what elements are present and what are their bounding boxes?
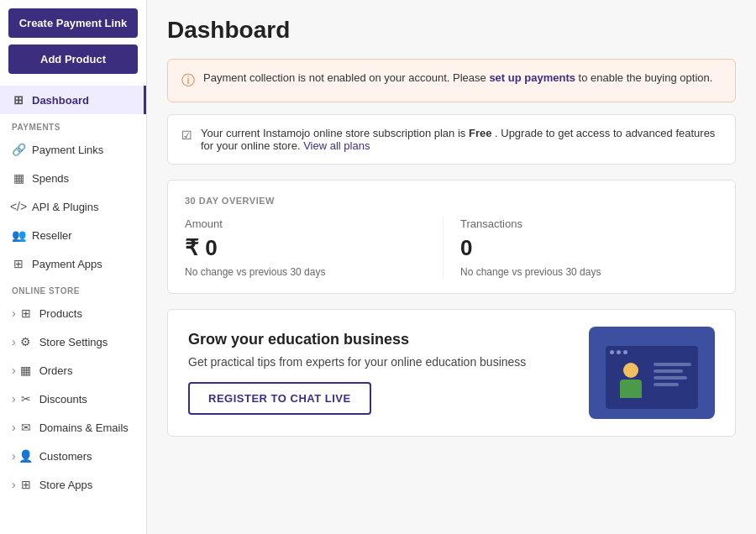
- sidebar-item-domains-emails[interactable]: ✉ Domains & Emails: [0, 413, 146, 442]
- sidebar-item-store-apps[interactable]: ⊞ Store Apps: [0, 470, 146, 499]
- sidebar-item-dashboard[interactable]: ⊞ Dashboard: [0, 86, 146, 114]
- sidebar-item-orders[interactable]: ▦ Orders: [0, 356, 146, 385]
- domains-icon: ✉: [19, 421, 33, 434]
- sidebar-item-store-settings[interactable]: ⚙ Store Settings: [0, 327, 146, 356]
- orders-icon: ▦: [19, 364, 33, 377]
- sidebar-item-products[interactable]: ⊞ Products: [0, 299, 146, 327]
- grow-text: Grow your education business Get practic…: [188, 331, 572, 415]
- checkbox-icon: ☑: [181, 128, 192, 142]
- page-title: Dashboard: [167, 17, 736, 44]
- spends-icon: ▦: [12, 171, 25, 185]
- amount-change: No change vs previous 30 days: [185, 266, 426, 278]
- store-apps-icon: ⊞: [19, 478, 33, 491]
- transactions-value: 0: [460, 235, 701, 261]
- sidebar-nav: ⊞ Dashboard PAYMENTS 🔗 Payment Links ▦ S…: [0, 82, 146, 534]
- sidebar-item-reseller[interactable]: 👥 Reseller: [0, 221, 146, 249]
- customers-icon: 👤: [19, 449, 33, 463]
- alert-text: Payment collection is not enabled on you…: [203, 71, 712, 84]
- overview-title: 30 DAY OVERVIEW: [185, 196, 718, 206]
- info-text: Your current Instamojo online store subs…: [201, 127, 722, 152]
- products-icon: ⊞: [19, 306, 33, 320]
- amount-value: ₹ 0: [185, 235, 426, 261]
- sidebar: Create Payment Link Add Product ⊞ Dashbo…: [0, 0, 147, 534]
- transactions-label: Transactions: [460, 217, 701, 230]
- link-icon: 🔗: [12, 143, 25, 156]
- amount-stat: Amount ₹ 0 No change vs previous 30 days: [185, 217, 443, 278]
- sidebar-item-discounts[interactable]: ✂ Discounts: [0, 385, 146, 413]
- amount-label: Amount: [185, 217, 426, 230]
- alert-icon: ⓘ: [181, 72, 195, 90]
- payments-section-label: PAYMENTS: [0, 114, 146, 135]
- overview-card: 30 DAY OVERVIEW Amount ₹ 0 No change vs …: [167, 180, 736, 294]
- add-product-button[interactable]: Add Product: [8, 44, 138, 74]
- payment-alert-banner: ⓘ Payment collection is not enabled on y…: [167, 59, 736, 102]
- payment-apps-icon: ⊞: [12, 257, 25, 270]
- sidebar-item-customers[interactable]: 👤 Customers: [0, 442, 146, 470]
- transactions-stat: Transactions 0 No change vs previous 30 …: [443, 217, 718, 278]
- main-content: Dashboard ⓘ Payment collection is not en…: [147, 0, 756, 534]
- view-all-plans-link[interactable]: View all plans: [303, 139, 370, 152]
- register-chat-button[interactable]: REGISTER TO CHAT LIVE: [188, 382, 371, 415]
- sidebar-item-api-plugins[interactable]: </> API & Plugins: [0, 192, 146, 221]
- grow-illustration: [589, 327, 715, 419]
- create-payment-link-button[interactable]: Create Payment Link: [8, 8, 138, 38]
- sidebar-item-payment-links[interactable]: 🔗 Payment Links: [0, 135, 146, 164]
- sidebar-item-payment-apps[interactable]: ⊞ Payment Apps: [0, 249, 146, 278]
- store-settings-icon: ⚙: [19, 335, 33, 348]
- transactions-change: No change vs previous 30 days: [460, 266, 701, 278]
- sidebar-item-spends[interactable]: ▦ Spends: [0, 164, 146, 192]
- discounts-icon: ✂: [19, 392, 33, 406]
- online-store-section-label: ONLINE STORE: [0, 278, 146, 299]
- grow-card: Grow your education business Get practic…: [167, 309, 736, 437]
- dashboard-icon: ⊞: [12, 93, 25, 107]
- sidebar-top: Create Payment Link Add Product: [0, 0, 146, 82]
- grow-subtitle: Get practical tips from experts for your…: [188, 355, 572, 369]
- setup-payments-link[interactable]: set up payments: [489, 71, 575, 84]
- plan-info-banner: ☑ Your current Instamojo online store su…: [167, 114, 736, 165]
- overview-stats: Amount ₹ 0 No change vs previous 30 days…: [185, 217, 718, 278]
- api-icon: </>: [12, 200, 25, 213]
- reseller-icon: 👥: [12, 228, 25, 242]
- grow-title: Grow your education business: [188, 331, 572, 348]
